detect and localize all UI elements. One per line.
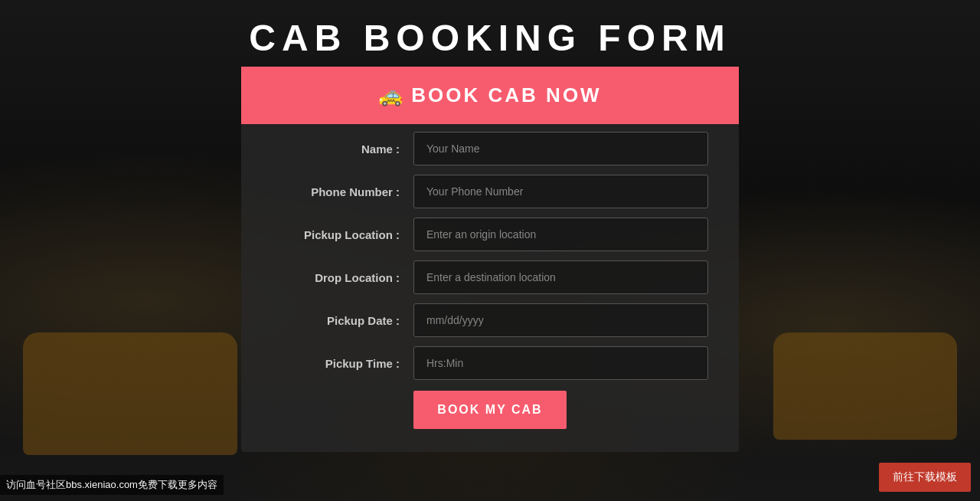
book-cab-button[interactable]: BOOK MY CAB: [413, 391, 567, 429]
pickup-label: Pickup Location :: [272, 228, 413, 241]
time-label: Pickup Time :: [272, 357, 413, 370]
date-row: Pickup Date :: [272, 303, 708, 337]
form-header: 🚕BOOK CAB NOW: [241, 67, 739, 124]
phone-label: Phone Number :: [272, 185, 413, 198]
name-row: Name :: [272, 132, 708, 165]
phone-input[interactable]: [413, 175, 708, 208]
time-input[interactable]: [413, 346, 708, 380]
drop-row: Drop Location :: [272, 260, 708, 294]
drop-input[interactable]: [413, 260, 708, 294]
watermark-text: 访问血号社区bbs.xieniao.com免费下载更多内容: [0, 475, 224, 495]
pickup-input[interactable]: [413, 218, 708, 251]
form-header-text: 🚕BOOK CAB NOW: [378, 84, 601, 106]
date-label: Pickup Date :: [272, 314, 413, 327]
cab-icon: 🚕: [378, 84, 405, 107]
phone-row: Phone Number :: [272, 175, 708, 208]
date-input[interactable]: [413, 303, 708, 337]
form-card: 🚕BOOK CAB NOW Name : Phone Number : Pick…: [241, 67, 739, 452]
time-row: Pickup Time :: [272, 346, 708, 380]
pickup-row: Pickup Location :: [272, 218, 708, 251]
page-title: CAB BOOKING FORM: [249, 17, 730, 59]
name-label: Name :: [272, 142, 413, 156]
name-input[interactable]: [413, 132, 708, 165]
download-button[interactable]: 前往下载模板: [879, 463, 971, 492]
drop-label: Drop Location :: [272, 271, 413, 284]
form-body: Name : Phone Number : Pickup Location : …: [241, 124, 739, 452]
